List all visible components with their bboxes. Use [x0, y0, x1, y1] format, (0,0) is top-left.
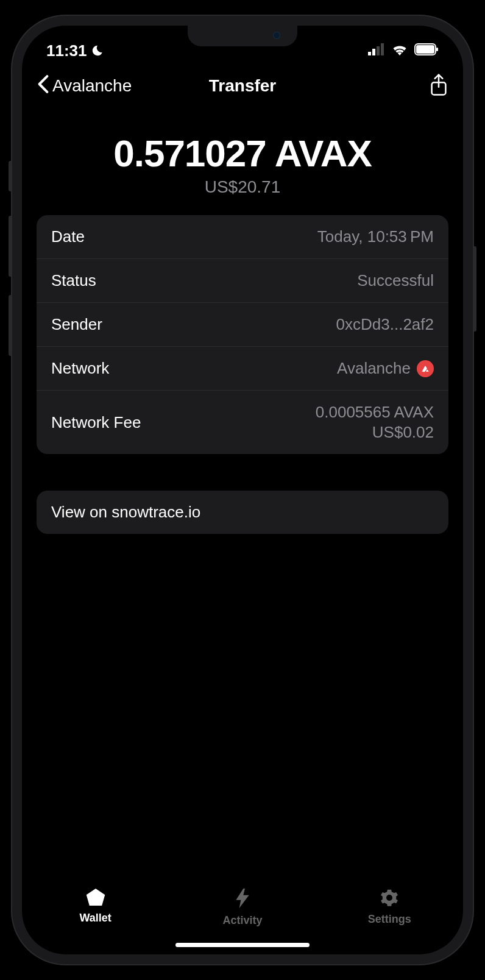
tab-wallet[interactable]: Wallet — [59, 889, 132, 925]
svg-rect-0 — [368, 52, 371, 55]
svg-rect-3 — [381, 43, 384, 55]
network-name: Avalanche — [337, 359, 411, 378]
tab-wallet-label: Wallet — [79, 912, 111, 925]
cellular-icon — [368, 43, 385, 58]
activity-icon — [234, 889, 251, 911]
tab-activity-label: Activity — [222, 914, 262, 927]
tab-settings[interactable]: Settings — [353, 889, 426, 926]
status-bar-right — [368, 43, 439, 58]
explorer-link-label: View on snowtrace.io — [51, 503, 200, 521]
amount-section: 0.571027 AVAX US$20.71 — [37, 107, 448, 215]
side-button — [473, 246, 476, 332]
nav-header: Avalanche Transfer — [22, 65, 463, 107]
home-indicator[interactable] — [175, 943, 310, 947]
wallet-icon — [86, 889, 105, 908]
date-value: Today, 10:53 PM — [317, 227, 434, 246]
phone-notch — [188, 26, 297, 46]
gear-icon — [380, 889, 398, 909]
detail-row-date[interactable]: Date Today, 10:53 PM — [37, 215, 448, 259]
status-bar-left: 11:31 — [46, 41, 104, 60]
svg-rect-5 — [416, 45, 434, 54]
share-icon — [429, 88, 448, 98]
battery-icon — [414, 43, 439, 58]
date-label: Date — [51, 227, 85, 246]
fee-value: 0.0005565 AVAX US$0.02 — [316, 403, 434, 442]
svg-rect-2 — [377, 46, 380, 55]
fee-fiat: US$0.02 — [372, 423, 434, 442]
side-button — [9, 161, 12, 191]
share-button[interactable] — [429, 73, 448, 99]
sender-label: Sender — [51, 315, 102, 334]
amount-fiat: US$20.71 — [37, 177, 448, 197]
back-button[interactable]: Avalanche — [37, 74, 132, 98]
network-value: Avalanche — [337, 359, 434, 378]
detail-row-fee[interactable]: Network Fee 0.0005565 AVAX US$0.02 — [37, 391, 448, 454]
tab-settings-label: Settings — [368, 913, 411, 926]
network-label: Network — [51, 359, 109, 378]
status-label: Status — [51, 271, 96, 290]
detail-row-sender[interactable]: Sender 0xcDd3...2af2 — [37, 303, 448, 347]
content-area: 0.571027 AVAX US$20.71 Date Today, 10:53… — [22, 107, 463, 881]
tab-activity[interactable]: Activity — [206, 889, 279, 927]
fee-label: Network Fee — [51, 413, 141, 432]
transaction-details-card: Date Today, 10:53 PM Status Successful S… — [37, 215, 448, 454]
fee-crypto: 0.0005565 AVAX — [316, 403, 434, 422]
avalanche-icon — [417, 360, 434, 377]
page-title: Transfer — [209, 76, 277, 96]
view-on-explorer-button[interactable]: View on snowtrace.io — [37, 491, 448, 534]
chevron-left-icon — [37, 74, 50, 98]
side-button — [9, 216, 12, 277]
do-not-disturb-icon — [91, 44, 104, 57]
phone-frame: 11:31 — [11, 15, 474, 965]
phone-screen: 11:31 — [22, 26, 463, 954]
detail-row-network[interactable]: Network Avalanche — [37, 347, 448, 391]
status-value: Successful — [357, 271, 434, 290]
side-button — [9, 295, 12, 356]
detail-row-status[interactable]: Status Successful — [37, 259, 448, 303]
amount-crypto: 0.571027 AVAX — [37, 132, 448, 175]
back-label: Avalanche — [52, 76, 132, 96]
svg-rect-1 — [372, 49, 375, 55]
status-time: 11:31 — [46, 41, 87, 60]
svg-rect-6 — [436, 48, 438, 51]
wifi-icon — [391, 43, 408, 58]
sender-value: 0xcDd3...2af2 — [336, 315, 434, 334]
